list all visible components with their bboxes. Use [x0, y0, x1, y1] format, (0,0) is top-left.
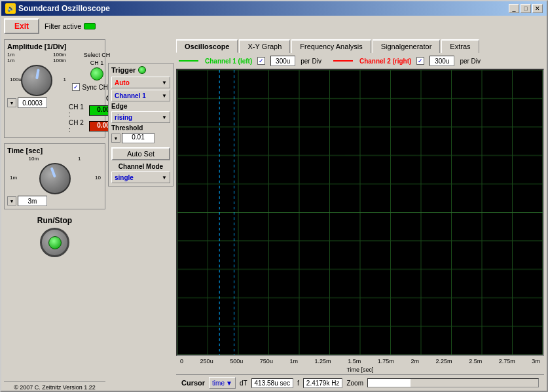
ch1-per-div-input[interactable] — [270, 56, 295, 66]
tab-extras[interactable]: Extras — [441, 39, 479, 53]
legend-bar: Channel 1 (left) ✓ per Div Channel 2 (ri… — [176, 54, 544, 67]
right-panel: Oscilloscope X-Y Graph Frequency Analysi… — [176, 39, 544, 391]
tab-oscilloscope[interactable]: Oscilloscope — [176, 39, 238, 53]
titlebar-buttons: _ □ ✕ — [509, 4, 543, 13]
ch1-legend-label: Channel 1 (left) — [205, 58, 252, 65]
titlebar: 🔊 Soundcard Oszilloscope _ □ ✕ — [1, 1, 547, 16]
trigger-title-row: Trigger — [111, 66, 170, 74]
ch1-led[interactable] — [90, 67, 103, 80]
amplitude-title: Amplitude [1/Div] — [7, 43, 102, 50]
left-panel: Amplitude [1/Div] 1m 100m 1m 100m 100u — [4, 39, 105, 391]
trigger-panel: Trigger Auto ▼ Channel 1 ▼ Edge rising ▼ — [108, 39, 174, 391]
amplitude-value-display: ▼ 0.0003 — [7, 98, 66, 108]
trigger-led — [138, 66, 146, 74]
time-section: Time [sec] 10m 1 1m 10 ▼ 3m — [4, 143, 105, 209]
amplitude-spin-down[interactable]: ▼ — [7, 98, 16, 107]
ch1-legend-checkbox[interactable]: ✓ — [257, 57, 265, 65]
dt-value: 413.58u sec — [251, 378, 294, 388]
main-content: Amplitude [1/Div] 1m 100m 1m 100m 100u — [1, 37, 547, 392]
trigger-channel-label: Channel 1 — [115, 92, 146, 99]
scope-display[interactable] — [176, 69, 544, 356]
maximize-button[interactable]: □ — [521, 4, 531, 13]
trigger-section: Trigger Auto ▼ Channel 1 ▼ Edge rising ▼ — [108, 63, 174, 187]
top-bar: Exit Filter active — [1, 16, 547, 37]
amplitude-value: 0.0003 — [18, 98, 47, 108]
threshold-label: Threshold — [111, 124, 170, 132]
x-axis-labels: 0 250u 500u 750u 1m 1.25m 1.5m 1.75m 2m … — [176, 357, 544, 365]
x-label-1m: 1m — [289, 358, 298, 365]
time-min-label: 1m — [10, 175, 17, 181]
main-window: 🔊 Soundcard Oszilloscope _ □ ✕ Exit Filt… — [0, 0, 548, 392]
x-label-2.25m: 2.25m — [436, 358, 452, 365]
close-button[interactable]: ✕ — [532, 4, 543, 13]
amp-min-label: 100u — [10, 77, 22, 82]
f-label: f — [297, 380, 299, 387]
cursor-type-dropdown[interactable]: time ▼ — [209, 377, 236, 389]
run-stop-led — [48, 236, 62, 249]
amp-max-label: 1 — [64, 77, 66, 82]
x-label-500u: 500u — [230, 358, 243, 365]
app-icon: 🔊 — [5, 3, 16, 14]
channel-mode-section: Channel Mode single ▼ — [111, 163, 170, 183]
trigger-channel-arrow: ▼ — [162, 93, 167, 99]
ch2-per-div-unit: per Div — [460, 58, 481, 65]
time-value: 3m — [18, 196, 47, 206]
ch2-legend-checkbox[interactable]: ✓ — [416, 57, 424, 65]
time-knob[interactable] — [39, 163, 71, 194]
filter-led — [84, 23, 96, 29]
run-stop-label: Run/Stop — [37, 216, 72, 225]
threshold-spin-down[interactable]: ▼ — [111, 134, 120, 143]
version-text: © 2007 C. Zeitnitz Version 1.22 — [4, 384, 105, 391]
tab-signalgenerator[interactable]: Signalgenerator — [373, 39, 441, 53]
f-value: 2.4179k Hz — [303, 378, 343, 388]
edge-dropdown[interactable]: rising ▼ — [111, 111, 170, 123]
x-label-2m: 2m — [411, 358, 419, 365]
amplitude-section: Amplitude [1/Div] 1m 100m 1m 100m 100u — [4, 39, 105, 138]
x-label-250u: 250u — [200, 358, 213, 365]
threshold-input-row: ▼ 0.01 — [111, 133, 170, 143]
filter-active-label: Filter active — [45, 22, 81, 30]
trigger-mode-label: Auto — [115, 79, 130, 86]
x-label-2.75m: 2.75m — [499, 358, 515, 365]
x-label-1.75m: 1.75m — [378, 358, 394, 365]
sync-checkbox[interactable]: ✓ — [72, 83, 80, 91]
dt-label: dT — [240, 380, 247, 387]
cursor-type-value: time — [212, 380, 225, 387]
amplitude-knob[interactable] — [21, 65, 52, 96]
x-label-1.25m: 1.25m — [315, 358, 331, 365]
time-label-10m: 10m — [29, 156, 39, 162]
time-spin-down[interactable]: ▼ — [7, 196, 16, 205]
x-label-3m: 3m — [532, 358, 540, 365]
tab-frequency-analysis[interactable]: Frequency Analysis — [291, 39, 371, 53]
channel-mode-dropdown[interactable]: single ▼ — [111, 171, 170, 183]
minimize-button[interactable]: _ — [509, 4, 519, 13]
trigger-channel-dropdown[interactable]: Channel 1 ▼ — [111, 90, 170, 101]
tab-xy-graph[interactable]: X-Y Graph — [239, 39, 290, 53]
amplitude-knob-labels: 1m 100m — [7, 52, 66, 58]
channel-mode-label: Channel Mode — [111, 163, 170, 170]
auto-set-button[interactable]: Auto Set — [111, 147, 170, 160]
x-label-750u: 750u — [260, 358, 273, 365]
time-value-display: ▼ 3m — [7, 196, 102, 206]
run-stop-button[interactable] — [40, 228, 69, 257]
threshold-input[interactable]: 0.01 — [122, 133, 155, 143]
edge-label: Edge — [111, 103, 170, 110]
x-label-0: 0 — [180, 358, 183, 365]
cursor-label: Cursor — [181, 379, 205, 387]
exit-button[interactable]: Exit — [4, 18, 39, 34]
amp-label-1m: 1m — [7, 58, 14, 63]
version-area: © 2007 C. Zeitnitz Version 1.22 — [4, 381, 105, 391]
zoom-slider[interactable] — [367, 378, 539, 387]
window-title: Soundcard Oszilloscope — [18, 4, 110, 13]
trigger-mode-arrow: ▼ — [162, 80, 167, 86]
scope-canvas — [177, 70, 543, 355]
threshold-section: Threshold ▼ 0.01 — [111, 124, 170, 143]
time-max-label: 10 — [95, 175, 101, 181]
trigger-mode-dropdown[interactable]: Auto ▼ — [111, 77, 170, 88]
time-title: Time [sec] — [7, 147, 102, 154]
cursor-bar: Cursor time ▼ dT 413.58u sec f 2.4179k H… — [176, 374, 544, 391]
ch1-per-div-unit: per Div — [301, 58, 321, 65]
ch2-legend-label: Channel 2 (right) — [359, 58, 411, 65]
ch2-per-div-input[interactable] — [429, 56, 454, 66]
select-ch-label: Select CH — [84, 52, 111, 58]
